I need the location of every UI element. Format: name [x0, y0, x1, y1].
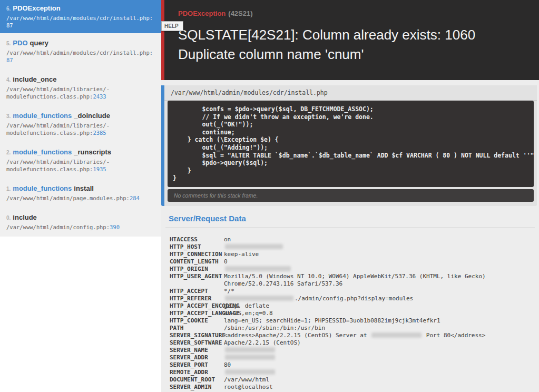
table-row: HTTP_COOKIE lang=en_US; searchHide=1; PH…: [170, 317, 539, 325]
table-row: DOCUMENT_ROOT /var/www/html: [170, 376, 539, 384]
table-row: HTTP_HOST: [170, 243, 539, 251]
row-key: HTTP_ACCEPT: [170, 288, 224, 295]
table-row: HTTP_USER_AGENT Mozilla/5.0 (Windows NT …: [170, 273, 539, 288]
frame-number: 5.: [6, 41, 11, 46]
frame-method-name: include_once: [13, 75, 56, 83]
frame-class-name: PDOException: [13, 4, 60, 12]
redacted-value: [225, 296, 293, 301]
table-row: SERVER_ADMIN root@localhost: [170, 384, 539, 391]
row-value: [224, 369, 520, 376]
frame-line-number: 1935: [93, 166, 106, 172]
frame-number: 2.: [6, 150, 11, 155]
whoops-error-page: 6.PDOException /var/www/html/admin/modul…: [0, 0, 539, 392]
row-value: [224, 243, 520, 251]
row-key: HTTP_ACCEPT_LANGUAGE: [170, 310, 224, 317]
row-key: CONTENT_LENGTH: [170, 258, 224, 266]
redacted-value: [225, 347, 275, 352]
code-block: $confs = $pdo->query($sql, DB_FETCHMODE_…: [168, 101, 534, 187]
code-snippet-section: /var/www/html/admin/modules/cdr/install.…: [161, 85, 537, 206]
exception-code: (42S21): [228, 9, 252, 17]
frame-line-number: 87: [6, 57, 13, 63]
table-row: SERVER_PORT 80: [170, 361, 539, 369]
frame-function: 2.module_functions_runscripts: [6, 148, 156, 157]
frame-method-name: _runscripts: [74, 148, 111, 156]
frame-line-number: 87: [6, 22, 13, 28]
table-row: PATH /sbin:/usr/sbin:/bin:/usr/bin: [170, 325, 539, 332]
help-tab[interactable]: HELP: [161, 21, 183, 31]
row-value: on: [224, 236, 520, 243]
row-key: HTACCESS: [170, 236, 224, 243]
row-value: gzip, deflate: [224, 302, 520, 310]
row-key: HTTP_USER_AGENT: [170, 273, 224, 280]
stack-frame-item[interactable]: 3.module_functions_doinclude /var/www/ht…: [0, 106, 161, 142]
row-key: SERVER_ADMIN: [170, 384, 224, 391]
frame-class-name: module_functions: [13, 112, 72, 120]
frame-comments-placeholder: No comments for this stack frame.: [168, 189, 534, 202]
stack-frame-item[interactable]: 4.include_once /var/www/html/admin/libra…: [0, 70, 161, 106]
frame-class-name: module_functions: [13, 148, 72, 156]
frame-number: 0.: [6, 215, 11, 221]
stack-frame-item[interactable]: 6.PDOException /var/www/html/admin/modul…: [0, 0, 161, 33]
exception-title: PDOException(42S21): [178, 9, 526, 17]
frame-line-number: 2433: [93, 93, 106, 100]
frame-number: 1.: [6, 186, 11, 192]
exception-details-panel: PDOException(42S21) HELP SQLSTATE[42S21]…: [161, 0, 539, 392]
frame-function: 0.include: [6, 213, 156, 222]
row-value: */*: [224, 288, 520, 295]
frame-method-name: install: [74, 184, 94, 192]
row-value: [224, 354, 520, 361]
row-value: Mozilla/5.0 (Windows NT 10.0; WOW64) App…: [224, 273, 520, 288]
frame-file-path: /var/www/html/admin/libraries/­modulefun…: [6, 158, 156, 173]
row-value: 80: [224, 361, 520, 369]
stack-frames-panel: 6.PDOException /var/www/html/admin/modul…: [0, 0, 161, 392]
redacted-value: [225, 266, 291, 271]
row-key: HTTP_COOKIE: [170, 317, 224, 325]
frame-number: 6.: [6, 6, 11, 12]
frame-method-name: include: [13, 213, 37, 221]
redacted-value: [371, 332, 422, 338]
row-key: SERVER_SIGNATURE: [170, 332, 224, 339]
redacted-value: [225, 369, 275, 375]
frame-file-path: /var/www/html/admin/modules/cdr/install.…: [6, 14, 156, 29]
stack-frame-item[interactable]: 1.module_functionsinstall /var/www/html/…: [0, 179, 161, 208]
table-row: SERVER_SIGNATURE <address>Apache/2.2.15 …: [170, 332, 539, 339]
stack-frame-item[interactable]: 5.PDOquery /var/www/html/admin/modules/c…: [0, 33, 161, 70]
table-row: SERVER_NAME: [170, 347, 539, 354]
table-row: SERVER_SOFTWARE Apache/2.2.15 (CentOS): [170, 339, 539, 347]
stack-frame-item[interactable]: 2.module_functions_runscripts /var/www/h…: [0, 142, 161, 179]
table-row: HTTP_CONNECTION keep-alive: [170, 251, 539, 258]
frame-function: 6.PDOException: [6, 4, 156, 13]
table-row: HTTP_ACCEPT_ENCODING gzip, deflate: [170, 302, 539, 310]
server-data-title: Server/Request Data: [169, 214, 539, 223]
stack-frame-item[interactable]: 0.include /var/www/html/admin/config.php…: [0, 208, 161, 237]
row-value: root@localhost: [224, 384, 520, 391]
frame-file-path: /var/www/html/admin/config.php:390: [6, 223, 156, 231]
table-row: HTTP_ACCEPT */*: [170, 288, 539, 295]
server-request-data-section: Server/Request Data HTACCESS on HTTP_HOS…: [161, 206, 539, 392]
row-value: keep-alive: [224, 251, 520, 258]
row-value: [224, 347, 520, 354]
row-key: SERVER_SOFTWARE: [170, 339, 224, 347]
frame-number: 3.: [6, 113, 11, 119]
row-key: REMOTE_ADDR: [170, 369, 224, 376]
row-key: DOCUMENT_ROOT: [170, 376, 224, 384]
row-value: /sbin:/usr/sbin:/bin:/usr/bin: [224, 325, 520, 332]
table-row: HTTP_ACCEPT_LANGUAGE en-US,en;q=0.8: [170, 310, 539, 317]
frame-function: 1.module_functionsinstall: [6, 184, 156, 193]
row-value: <address>Apache/2.2.15 (CentOS) Server a…: [224, 332, 520, 339]
exception-class-name: PDOException: [178, 9, 226, 17]
exception-header: PDOException(42S21) HELP SQLSTATE[42S21]…: [161, 0, 539, 80]
row-value: /var/www/html: [224, 376, 520, 384]
exception-message: SQLSTATE[42S21]: Column already exists: …: [178, 25, 505, 64]
table-row: HTTP_REFERER ./admin/config.php?display=…: [170, 295, 539, 302]
frame-file-path: /var/www/html/admin/libraries/­modulefun…: [6, 122, 156, 136]
row-value: ./admin/config.php?display=modules: [224, 295, 520, 302]
frame-line-number: 284: [130, 195, 140, 201]
frame-class-name: module_functions: [13, 184, 72, 192]
row-key: HTTP_ACCEPT_ENCODING: [170, 302, 224, 310]
snippet-file-path: /var/www/html/admin/modules/cdr/install.…: [164, 85, 537, 101]
row-key: HTTP_HOST: [170, 243, 224, 251]
frame-method-name: query: [30, 39, 48, 47]
row-key: PATH: [170, 325, 224, 332]
table-row: CONTENT_LENGTH 0: [170, 258, 539, 266]
